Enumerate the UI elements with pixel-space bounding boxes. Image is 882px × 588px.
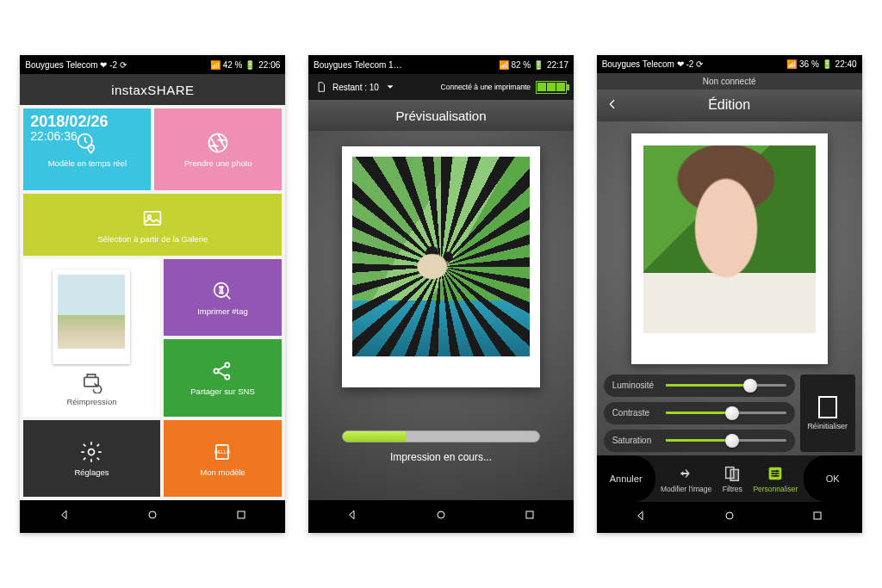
svg-point-21 xyxy=(772,472,773,473)
back-button[interactable] xyxy=(606,97,619,115)
svg-point-1 xyxy=(90,147,92,149)
reset-button[interactable]: Réinitialiser xyxy=(800,374,855,452)
carrier-text: Bouygues Telecom 1… xyxy=(314,60,402,70)
nav-back[interactable] xyxy=(345,508,359,525)
edit-polaroid xyxy=(631,133,828,364)
clock-text: 22:06 xyxy=(258,60,280,70)
svg-point-10 xyxy=(226,375,230,380)
nav-recent[interactable] xyxy=(523,508,537,525)
svg-point-8 xyxy=(214,369,219,374)
screen-title: Édition xyxy=(708,97,750,113)
tile-my-model[interactable]: HELLO Mon modèle xyxy=(164,420,283,497)
rotate-icon xyxy=(677,464,696,483)
carrier-text: Bouygues Telecom ❤ -2 ⟳ xyxy=(602,59,704,69)
tile-label: Mon modèle xyxy=(200,467,245,477)
preview-polaroid xyxy=(342,146,540,387)
datetime-overlay: 2018/02/26 22:06:36 xyxy=(30,114,108,143)
printer-status: Connecté à une imprimante xyxy=(441,83,531,91)
svg-rect-24 xyxy=(814,512,821,519)
tile-label: Sélection à partir de la Galerie xyxy=(97,234,208,244)
reset-label: Réinitialiser xyxy=(807,422,848,430)
screen-title: Prévisualisation xyxy=(308,100,574,131)
share-icon xyxy=(210,359,234,383)
slider-brightness[interactable]: Luminosité xyxy=(604,374,795,397)
aperture-icon xyxy=(206,131,230,155)
svg-point-20 xyxy=(776,470,778,472)
tile-label: Réglages xyxy=(74,467,109,477)
tile-print-tag[interactable]: Imprimer #tag xyxy=(164,259,283,336)
reprint-icon xyxy=(79,369,103,393)
preview-body: Impression en cours... xyxy=(308,131,574,500)
slider-saturation[interactable]: Saturation xyxy=(604,430,795,452)
chevron-left-icon xyxy=(606,97,619,111)
filters-icon xyxy=(723,464,742,483)
nav-recent[interactable] xyxy=(811,509,824,526)
tile-label: Réimpression xyxy=(66,397,116,406)
svg-rect-3 xyxy=(145,211,161,224)
tile-label: Modèle en temps réel xyxy=(48,158,127,168)
svg-rect-18 xyxy=(730,469,738,480)
tile-reprint[interactable]: Réimpression xyxy=(23,259,159,417)
svg-rect-16 xyxy=(526,511,533,518)
sdcard-icon xyxy=(315,81,327,93)
android-nav xyxy=(597,502,862,533)
clock-text: 22:40 xyxy=(835,59,857,69)
home-tiles: 2018/02/26 22:06:36 Modèle en temps réel… xyxy=(20,105,285,500)
gallery-icon xyxy=(140,207,165,231)
nav-home[interactable] xyxy=(723,509,736,526)
ok-button[interactable]: OK xyxy=(804,455,862,502)
screen-title-bar: Édition xyxy=(597,90,862,121)
nav-home[interactable] xyxy=(434,508,448,525)
tile-take-photo[interactable]: Prendre une photo xyxy=(154,108,282,190)
tile-gallery[interactable]: Sélection à partir de la Galerie xyxy=(23,194,282,256)
gear-icon xyxy=(79,440,103,464)
app-title: instax SHARE xyxy=(20,74,285,105)
tab-label: Personnaliser xyxy=(753,485,798,493)
cancel-button[interactable]: Annuler xyxy=(597,455,655,502)
svg-point-22 xyxy=(775,474,777,476)
preview-image xyxy=(352,157,530,356)
android-nav xyxy=(308,500,574,533)
tab-filters[interactable]: Filtres xyxy=(723,464,742,493)
svg-point-2 xyxy=(209,134,227,152)
carrier-text: Bouygues Telecom ❤ -2 ⟳ xyxy=(25,60,127,70)
not-connected-banner: Non connecté xyxy=(597,73,862,90)
nav-back[interactable] xyxy=(634,509,648,526)
tab-label: Modifier l'image xyxy=(661,485,711,493)
svg-point-6 xyxy=(89,449,95,455)
tile-share-sns[interactable]: Partager sur SNS xyxy=(164,339,283,416)
slider-label: Saturation xyxy=(612,436,666,445)
svg-point-13 xyxy=(149,511,156,518)
svg-point-9 xyxy=(226,363,230,368)
battery-text: 📶 82 % 🔋 xyxy=(499,60,543,70)
tile-label: Partager sur SNS xyxy=(190,387,254,396)
frame-icon xyxy=(818,396,837,418)
svg-point-7 xyxy=(214,283,228,297)
status-bar: Bouygues Telecom ❤ -2 ⟳ 📶 36 % 🔋 22:40 xyxy=(597,55,862,73)
slider-label: Luminosité xyxy=(612,381,666,390)
reprint-thumbnail xyxy=(53,269,130,364)
status-bar: Bouygues Telecom ❤ -2 ⟳ 📶 42 % 🔋 22:06 xyxy=(20,55,285,74)
template-icon: HELLO xyxy=(210,440,234,464)
tab-label: Filtres xyxy=(723,485,742,493)
clock-text: 22:17 xyxy=(547,60,568,70)
android-nav xyxy=(20,500,285,533)
slider-label: Contraste xyxy=(612,408,666,418)
tab-customize[interactable]: Personnaliser xyxy=(753,464,798,493)
tab-modify-image[interactable]: Modifier l'image xyxy=(661,464,711,493)
status-bar: Bouygues Telecom 1… 📶 82 % 🔋 22:17 xyxy=(308,55,574,74)
print-progress xyxy=(342,430,540,443)
hashtag-search-icon xyxy=(210,279,234,303)
nav-back[interactable] xyxy=(58,508,71,525)
tile-settings[interactable]: Réglages xyxy=(23,420,159,498)
chevron-down-icon[interactable] xyxy=(384,81,396,93)
slider-contrast[interactable]: Contraste xyxy=(604,402,795,424)
nav-home[interactable] xyxy=(146,508,159,525)
printer-topbar: Restant : 10 Connecté à une imprimante xyxy=(308,74,574,100)
tile-realtime[interactable]: 2018/02/26 22:06:36 Modèle en temps réel xyxy=(23,108,151,190)
sliders-icon xyxy=(766,464,785,483)
printer-battery-icon xyxy=(536,81,567,94)
tile-label: Imprimer #tag xyxy=(197,306,248,316)
battery-text: 📶 36 % 🔋 xyxy=(786,59,831,69)
nav-recent[interactable] xyxy=(234,508,248,525)
